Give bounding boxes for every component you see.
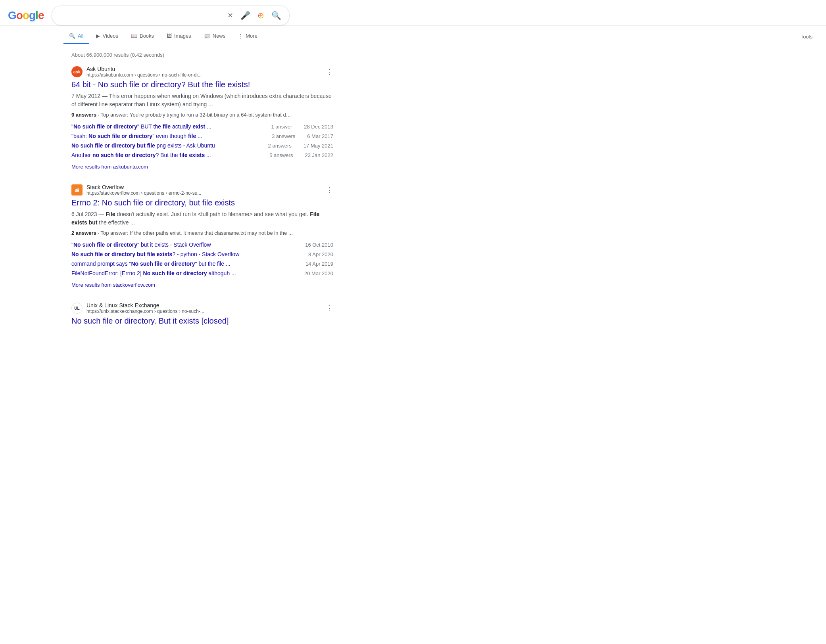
favicon-stackoverflow [71, 184, 83, 196]
svg-rect-0 [75, 191, 79, 192]
result-snippet-stackoverflow: 6 Jul 2023 — File doesn't actually exist… [71, 210, 333, 227]
sub-meta: 5 answers 23 Jan 2022 [269, 152, 333, 158]
tab-videos-label: Videos [102, 33, 118, 39]
search-icons: ✕ 🎤 ⊕ 🔍 [226, 9, 283, 22]
sub-meta: 16 Oct 2010 [305, 242, 333, 248]
result-title-askubuntu[interactable]: 64 bit - No such file or directory? But … [71, 79, 333, 90]
sub-result-link[interactable]: command prompt says "No such file or dir… [71, 261, 298, 267]
tab-images[interactable]: 🖼 Images [161, 29, 197, 44]
videos-tab-icon: ▶ [96, 33, 100, 39]
sub-meta: 2 answers 17 May 2021 [268, 143, 333, 149]
result-title-stackoverflow[interactable]: Errno 2: No such file or directory, but … [71, 197, 333, 208]
sub-meta: 20 Mar 2020 [304, 270, 333, 276]
sub-result-row: "No such file or directory" but it exist… [71, 240, 333, 249]
site-name-stackoverflow: Stack Overflow [86, 184, 201, 190]
result-snippet-askubuntu: 7 May 2012 — This error happens when wor… [71, 92, 333, 109]
sub-result-row: "bash: No such file or directory" even t… [71, 131, 333, 141]
tab-images-label: Images [174, 33, 191, 39]
clear-icon: ✕ [227, 11, 233, 20]
answers-line-stackoverflow: 2 answers · Top answer: If the other pat… [71, 230, 333, 236]
sub-results-stackoverflow: "No such file or directory" but it exist… [71, 240, 333, 278]
tab-all[interactable]: 🔍 All [63, 29, 89, 44]
lens-button[interactable]: ⊕ [256, 9, 266, 22]
sub-result-link[interactable]: Another no such file or directory? But t… [71, 152, 261, 158]
tab-books-label: Books [140, 33, 154, 39]
voice-search-button[interactable]: 🎤 [239, 9, 252, 22]
tools-tab[interactable]: Tools [795, 30, 818, 44]
sub-result-link[interactable]: No such file or directory but file exist… [71, 251, 300, 257]
sub-meta: 3 answers 6 Mar 2017 [272, 133, 333, 139]
lens-icon: ⊕ [257, 11, 264, 20]
sub-result-row: FileNotFoundError: [Errno 2] No such fil… [71, 268, 333, 278]
favicon-unix: UL [71, 303, 83, 314]
tab-more-label: More [246, 33, 257, 39]
sub-result-row: No such file or directory but file png e… [71, 141, 333, 150]
site-info-askubuntu: ask Ask Ubuntu https://askubuntu.com › q… [71, 66, 333, 78]
site-url-askubuntu: https://askubuntu.com › questions › no-s… [86, 72, 202, 78]
result-stackoverflow: Stack Overflow https://stackoverflow.com… [71, 184, 333, 288]
result-title-unix[interactable]: No such file or directory. But it exists… [71, 316, 333, 326]
search-input[interactable]: no such file or directory but file exist [58, 12, 222, 19]
sub-results-askubuntu: "No such file or directory" BUT the file… [71, 122, 333, 160]
more-options-unix[interactable]: ⋮ [326, 304, 333, 312]
header: Google no such file or directory but fil… [0, 0, 826, 26]
tab-videos[interactable]: ▶ Videos [90, 29, 124, 44]
sub-meta: 14 Apr 2019 [305, 261, 333, 267]
main-content: About 66,900,000 results (0.42 seconds) … [0, 44, 341, 348]
tab-all-label: All [78, 33, 83, 39]
sub-result-row: command prompt says "No such file or dir… [71, 259, 333, 268]
sub-result-row: No such file or directory but file exist… [71, 249, 333, 259]
nav-tabs: 🔍 All ▶ Videos 📖 Books 🖼 Images 📰 News ⋮… [0, 29, 826, 44]
site-info-stackoverflow: Stack Overflow https://stackoverflow.com… [71, 184, 333, 196]
site-url-stackoverflow: https://stackoverflow.com › questions › … [86, 190, 201, 196]
favicon-askubuntu: ask [71, 66, 83, 77]
images-tab-icon: 🖼 [167, 33, 172, 39]
clear-button[interactable]: ✕ [226, 10, 235, 21]
answers-line-askubuntu: 9 answers · Top answer: You're probably … [71, 112, 333, 118]
news-tab-icon: 📰 [204, 33, 210, 39]
books-tab-icon: 📖 [131, 33, 137, 39]
result-askubuntu: ask Ask Ubuntu https://askubuntu.com › q… [71, 66, 333, 170]
all-tab-icon: 🔍 [69, 33, 75, 39]
sub-result-link[interactable]: FileNotFoundError: [Errno 2] No such fil… [71, 270, 296, 276]
site-url-block-stackoverflow: Stack Overflow https://stackoverflow.com… [86, 184, 201, 196]
sub-result-link[interactable]: "No such file or directory" BUT the file… [71, 123, 263, 130]
more-results-link-askubuntu[interactable]: More results from askubuntu.com [71, 164, 333, 170]
more-results-link-stackoverflow[interactable]: More results from stackoverflow.com [71, 282, 333, 288]
tab-news[interactable]: 📰 News [198, 29, 231, 44]
search-button[interactable]: 🔍 [270, 9, 283, 22]
search-bar: no such file or directory but file exist… [52, 6, 290, 25]
sub-result-link[interactable]: No such file or directory but file png e… [71, 142, 260, 149]
google-logo[interactable]: Google [8, 9, 44, 22]
more-options-stackoverflow[interactable]: ⋮ [326, 186, 333, 194]
more-options-askubuntu[interactable]: ⋮ [326, 67, 333, 76]
sub-result-row: "No such file or directory" BUT the file… [71, 122, 333, 131]
site-info-unix: UL Unix & Linux Stack Exchange https://u… [71, 302, 333, 314]
site-url-block-unix: Unix & Linux Stack Exchange https://unix… [86, 302, 204, 314]
sub-meta: 8 Apr 2020 [308, 251, 333, 257]
site-name-unix: Unix & Linux Stack Exchange [86, 302, 204, 309]
results-count: About 66,900,000 results (0.42 seconds) [71, 52, 333, 58]
site-url-unix: https://unix.stackexchange.com › questio… [86, 309, 204, 314]
sub-result-link[interactable]: "bash: No such file or directory" even t… [71, 133, 264, 139]
tab-books[interactable]: 📖 Books [125, 29, 159, 44]
sub-meta: 1 answer 28 Dec 2013 [271, 124, 333, 130]
tab-more[interactable]: ⋮ More [232, 29, 263, 44]
site-name-askubuntu: Ask Ubuntu [86, 66, 202, 72]
sub-result-link[interactable]: "No such file or directory" but it exist… [71, 242, 297, 248]
result-unix: UL Unix & Linux Stack Exchange https://u… [71, 302, 333, 326]
site-url-block-askubuntu: Ask Ubuntu https://askubuntu.com › quest… [86, 66, 202, 78]
sub-result-row: Another no such file or directory? But t… [71, 150, 333, 160]
mic-icon: 🎤 [240, 11, 250, 20]
more-tab-icon: ⋮ [238, 33, 243, 39]
tab-news-label: News [213, 33, 226, 39]
search-submit-icon: 🔍 [271, 11, 281, 20]
